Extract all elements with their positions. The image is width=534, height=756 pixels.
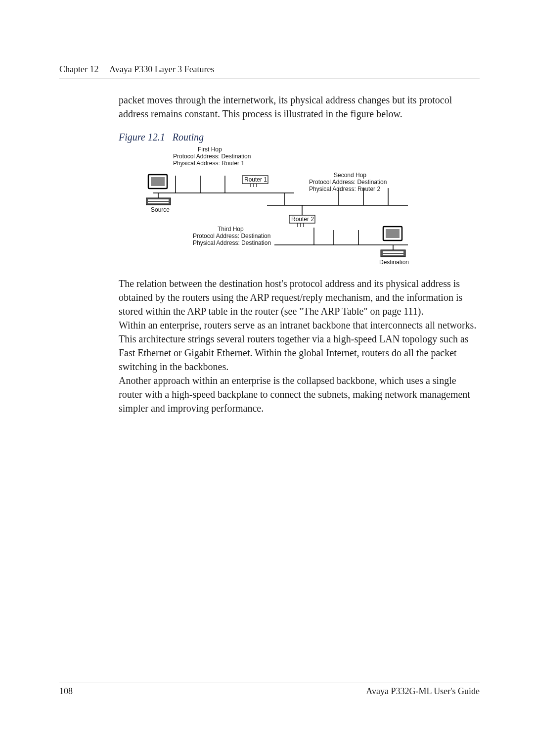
destination-label: Destination — [379, 259, 409, 266]
second-hop-proto: Protocol Address: Destination — [309, 179, 387, 186]
svg-rect-8 — [148, 199, 169, 201]
first-hop-title: First Hop — [198, 146, 222, 153]
svg-rect-34 — [383, 251, 403, 253]
first-hop-proto: Protocol Address: Destination — [173, 153, 251, 160]
svg-rect-9 — [148, 202, 169, 203]
page-number: 108 — [59, 686, 73, 697]
source-label: Source — [151, 206, 170, 213]
guide-title: Avaya P332G-ML User's Guide — [366, 686, 480, 697]
svg-rect-7 — [146, 198, 171, 205]
first-hop-phys: Physical Address: Router 1 — [173, 160, 244, 167]
third-hop-proto: Protocol Address: Destination — [193, 233, 270, 239]
paragraph-2: The relation between the destination hos… — [119, 277, 480, 318]
figure-caption-prefix: Figure 12.1 — [119, 132, 165, 142]
router-2-label: Router 2 — [291, 216, 314, 223]
chapter-title: Avaya P330 Layer 3 Features — [109, 64, 215, 74]
second-hop-title: Second Hop — [334, 172, 366, 179]
svg-rect-32 — [386, 229, 400, 238]
svg-rect-6 — [151, 177, 165, 186]
page-header: Chapter 12 Avaya P330 Layer 3 Features — [59, 64, 480, 79]
chapter-label: Chapter 12 — [59, 64, 98, 74]
paragraph-4: Another approach within an enterprise is… — [119, 374, 480, 415]
figure-caption: Figure 12.1 Routing — [119, 132, 480, 143]
routing-diagram: First Hop Protocol Address: Destination … — [146, 146, 423, 270]
svg-rect-35 — [383, 254, 403, 255]
second-hop-phys: Physical Address: Router 2 — [309, 186, 380, 192]
third-hop-phys: Physical Address: Destination — [193, 239, 271, 246]
paragraph-3: Within an enterprise, routers serve as a… — [119, 318, 480, 374]
router-1-label: Router 1 — [244, 176, 267, 183]
figure-caption-title: Routing — [173, 132, 204, 142]
page-footer: 108 Avaya P332G-ML User's Guide — [59, 682, 480, 697]
paragraph-1: packet moves through the internetwork, i… — [119, 93, 480, 121]
svg-rect-33 — [381, 250, 405, 257]
third-hop-title: Third Hop — [218, 226, 244, 233]
